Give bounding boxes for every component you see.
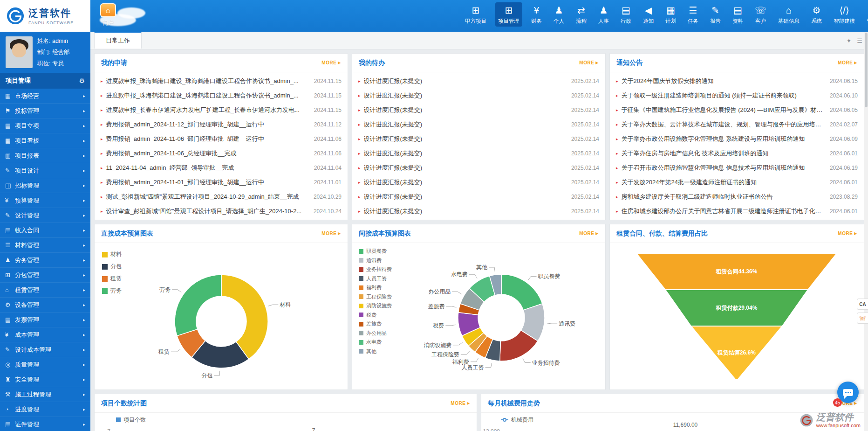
application-row[interactable]: ▸费用报销_admin_2024-11-01_部门经理审批_胡建__运行中202… xyxy=(95,175,348,189)
notice-row[interactable]: ▸关于领取一级注册建造师培训项目的通知 (须持一建证书前来领取)2024.06.… xyxy=(610,88,864,103)
portal-item[interactable]: ⌂ 门户 xyxy=(96,3,120,27)
sidebar-item-13[interactable]: ⌂租赁管理▸ xyxy=(0,283,90,298)
key-icon[interactable]: ✦ xyxy=(846,37,851,44)
legend-item[interactable]: 差旅费 xyxy=(359,320,392,327)
sidebar-item-0[interactable]: ▦市场经营▸ xyxy=(0,89,90,104)
legend-item[interactable]: 水电费 xyxy=(359,339,392,346)
topnav-item-14[interactable]: ⚙系统 xyxy=(808,2,825,27)
legend-item[interactable]: 租赁 xyxy=(102,275,122,283)
sidebar-item-21[interactable]: ◔进度管理▸ xyxy=(0,402,90,417)
sidebar-item-15[interactable]: ▤发票管理▸ xyxy=(0,313,90,327)
more-link[interactable]: MORE▶ xyxy=(579,231,599,236)
legend-item[interactable]: 其他 xyxy=(359,348,392,355)
legend-item[interactable]: 办公用品 xyxy=(359,330,392,337)
vertical-scrollbar[interactable] xyxy=(864,32,868,431)
notice-row[interactable]: ▸关于2024年国庆节放假安排的通知2024.06.15 xyxy=(610,74,864,88)
sidebar-item-5[interactable]: ✎项目设计▸ xyxy=(0,163,90,178)
notice-row[interactable]: ▸关于召开市政公用设施智慧化管理信息 信息技术与应用培训班的通知2024.06.… xyxy=(610,160,864,175)
topnav-item-11[interactable]: ▤资料 xyxy=(730,2,746,27)
more-link[interactable]: MORE▶ xyxy=(838,231,857,236)
more-link[interactable]: MORE▶ xyxy=(579,60,599,65)
sidebar-item-4[interactable]: ▥项目报表▸ xyxy=(0,148,90,163)
todo-row[interactable]: ▸设计进度汇报(未提交)2025.02.14 xyxy=(352,204,605,218)
sidebar-item-6[interactable]: ◫招标管理▸ xyxy=(0,178,90,193)
topnav-item-4[interactable]: ⇄流程 xyxy=(573,2,589,27)
topnav-item-8[interactable]: ▦计划 xyxy=(663,2,679,27)
more-link[interactable]: MORE▶ xyxy=(321,60,341,65)
legend-item[interactable]: 工程保险费 xyxy=(359,293,392,300)
topnav-item-1[interactable]: ⊞项目管理 xyxy=(495,2,522,27)
notice-row[interactable]: ▸关于举办住房与房地产信息化 技术及应用培训班的通知2024.06.01 xyxy=(610,146,864,160)
app-logo[interactable]: 泛普软件 FANPU SOFTWARE xyxy=(0,0,90,32)
legend-item[interactable]: 税费 xyxy=(359,312,392,319)
sidebar-item-2[interactable]: ▤项目立项▸ xyxy=(0,118,90,133)
sidebar-item-3[interactable]: ▦项目看板▸ xyxy=(0,133,90,148)
topnav-item-3[interactable]: ♟个人 xyxy=(551,2,567,27)
notice-row[interactable]: ▸关于举办大数据、云计算技术在城市建设、规划、管理与服务中的应用培训班...20… xyxy=(610,117,864,132)
notice-row[interactable]: ▸关于举办市政公用设施数字化管理信息 系统建设与应用培训班的通知2024.06.… xyxy=(610,132,864,146)
sidebar-item-22[interactable]: ▤证件管理▸ xyxy=(0,417,90,431)
todo-row[interactable]: ▸设计进度汇报(未提交)2025.02.14 xyxy=(352,160,605,175)
application-row[interactable]: ▸设计审查_彭祖新城“四馆”景观工程设计项目_请选择_胡广生_2024-10-2… xyxy=(95,204,348,218)
legend-item[interactable]: 职员餐费 xyxy=(359,248,392,255)
topnav-item-12[interactable]: ☏客户 xyxy=(752,2,769,27)
sidebar-item-11[interactable]: ♟劳务管理▸ xyxy=(0,253,90,268)
tab-daily-work[interactable]: 日常工作 xyxy=(94,32,142,49)
notice-row[interactable]: ▸关于发放2024年第24批一级建造师注册证书的通知2024.06.01 xyxy=(610,175,864,189)
sidebar-item-14[interactable]: ⚙设备管理▸ xyxy=(0,298,90,313)
application-row[interactable]: ▸费用报销_admin_2024-11-06_总经理审批__完成2024.11.… xyxy=(95,146,348,160)
notice-row[interactable]: ▸房和城乡建设厅关于取消二级建造师临时执业证书的公告2023.08.29 xyxy=(610,189,864,204)
notification-badge[interactable]: 45 xyxy=(833,398,842,407)
application-row[interactable]: ▸测试_彭祖新城“四馆”景观工程设计项目_2024-10-29_admin_结束… xyxy=(95,189,348,204)
sidebar-item-12[interactable]: ⊞分包管理▸ xyxy=(0,268,90,283)
sidebar-item-9[interactable]: ▤收入合同▸ xyxy=(0,223,90,238)
topnav-item-15[interactable]: ⟨/⟩智能建模 xyxy=(831,2,858,27)
legend-item[interactable]: 分包 xyxy=(102,263,122,271)
sidebar-item-10[interactable]: ☰材料管理▸ xyxy=(0,238,90,253)
notice-row[interactable]: ▸于征集《中国建筑施工行业信息化发展报告 (2024) —BIM应用与发展》材料… xyxy=(610,103,864,117)
ca-widget[interactable]: CA xyxy=(857,299,868,310)
more-link[interactable]: MORE▶ xyxy=(451,401,470,406)
topnav-item-0[interactable]: ⊞甲方项目 xyxy=(462,2,489,27)
more-link[interactable]: MORE▶ xyxy=(838,60,857,65)
sidebar-item-1[interactable]: ⚑投标管理▸ xyxy=(0,104,90,118)
phone-widget[interactable]: ☏ xyxy=(857,313,868,324)
legend-item[interactable]: 业务招待费 xyxy=(359,266,392,273)
application-row[interactable]: ▸进度款申报_珠海鹤港口建设_珠海鹤港口建设工程合作协议书_admin_...2… xyxy=(95,74,348,88)
todo-row[interactable]: ▸设计进度汇报(未提交)2025.02.14 xyxy=(352,117,605,132)
topnav-item-16[interactable]: ≡管理 xyxy=(864,2,868,27)
scrollbar-thumb[interactable] xyxy=(865,33,868,107)
topnav-item-7[interactable]: ◀通知 xyxy=(640,2,656,27)
more-link[interactable]: MORE▶ xyxy=(321,231,341,236)
todo-row[interactable]: ▸设计进度汇报(未提交)2025.02.14 xyxy=(352,175,605,189)
topnav-item-2[interactable]: ¥财务 xyxy=(528,2,545,27)
notice-row[interactable]: ▸住房和城乡建设部办公厅关于同意吉林省开展二级建造师注册证书电子化试点...20… xyxy=(610,204,864,218)
topnav-item-6[interactable]: ▤行政 xyxy=(618,2,634,27)
legend-item[interactable]: 材料 xyxy=(102,250,122,258)
sidebar-item-20[interactable]: ⚒施工过程管理▸ xyxy=(0,387,90,402)
todo-row[interactable]: ▸设计进度汇报(未提交)2025.02.14 xyxy=(352,189,605,204)
gear-icon[interactable]: ⚙ xyxy=(79,77,85,84)
todo-row[interactable]: ▸设计进度汇报(未提交)2025.02.14 xyxy=(352,103,605,117)
legend-item[interactable]: 人员工资 xyxy=(359,275,392,282)
user-avatar[interactable] xyxy=(6,36,33,68)
todo-row[interactable]: ▸设计进度汇报(未提交)2025.02.14 xyxy=(352,146,605,160)
sidebar-item-16[interactable]: ¥成本管理▸ xyxy=(0,327,90,342)
topnav-item-10[interactable]: ✎报告 xyxy=(707,2,724,27)
sidebar-item-19[interactable]: ♜安全管理▸ xyxy=(0,372,90,387)
topnav-item-5[interactable]: ♟人事 xyxy=(595,2,612,27)
sidebar-item-8[interactable]: ✎设计管理▸ xyxy=(0,208,90,223)
application-row[interactable]: ▸费用报销_admin_2024-11-12_部门经理审批_胡建__运行中202… xyxy=(95,117,348,132)
application-row[interactable]: ▸进度款申报_长春市伊通河水力发电厂扩建工程_长春市伊通河水力发电...2024… xyxy=(95,103,348,117)
application-row[interactable]: ▸费用报销_admin_2024-11-06_部门经理审批_胡建__运行中202… xyxy=(95,132,348,146)
legend-item[interactable]: 福利费 xyxy=(359,284,392,291)
topnav-item-13[interactable]: ⌂基础信息 xyxy=(775,2,802,27)
sidebar-item-7[interactable]: ¥预算管理▸ xyxy=(0,193,90,208)
legend-item[interactable]: 消防设施费 xyxy=(359,302,392,309)
sidebar-item-18[interactable]: ◎质量管理▸ xyxy=(0,357,90,372)
application-row[interactable]: ▸进度款申报_珠海鹤港口建设_珠海鹤港口建设工程合作协议书_admin_...2… xyxy=(95,88,348,103)
topnav-item-9[interactable]: ☰任务 xyxy=(685,2,701,27)
todo-row[interactable]: ▸设计进度汇报(未提交)2025.02.14 xyxy=(352,132,605,146)
todo-row[interactable]: ▸设计进度汇报(未提交)2025.02.14 xyxy=(352,74,605,88)
legend-item[interactable]: 劳务 xyxy=(102,287,122,295)
